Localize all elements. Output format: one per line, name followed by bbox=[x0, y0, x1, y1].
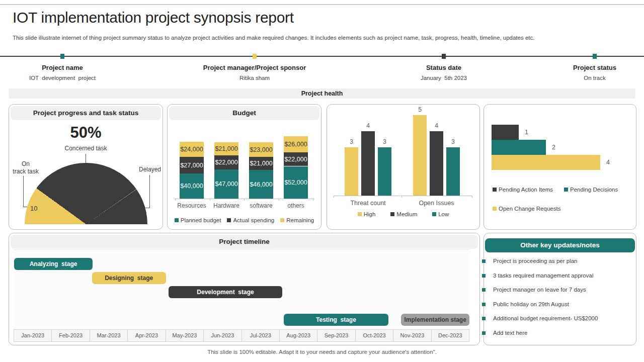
budget-legend-item-swatch bbox=[280, 218, 284, 222]
pending-legend-item-swatch bbox=[493, 188, 497, 192]
issues-bar bbox=[378, 147, 391, 196]
timeline-month-cell: Feb-2023 bbox=[51, 329, 90, 342]
issues-legend-item-label: Low bbox=[438, 211, 449, 217]
issues-legend-item: Medium bbox=[390, 211, 417, 217]
budget-bar-segment: $47,000 bbox=[214, 169, 238, 199]
slide-subtitle: This slide illustrate internet of thing … bbox=[13, 35, 586, 41]
issues-value-label: 3 bbox=[443, 138, 463, 145]
budget-segment-value-label: $47,000 bbox=[209, 180, 244, 188]
budget-legend-item-swatch bbox=[175, 218, 179, 222]
issues-bar bbox=[345, 147, 358, 196]
gantt-bar-analyzing-stage: Analyzing stage bbox=[14, 258, 93, 270]
budget-legend-item-label: Remaining bbox=[286, 217, 314, 223]
panel-progress-gauge: Project progress and task status 50% Con… bbox=[9, 104, 163, 230]
budget-legend: Planned budgetActual spendingRemaining bbox=[168, 217, 321, 223]
budget-segment-value-label: $21,000 bbox=[209, 145, 244, 152]
budget-segment-value-label: $40,000 bbox=[175, 183, 209, 190]
gauge-percent-value: 50% bbox=[9, 124, 163, 142]
gauge-right-callout-line bbox=[145, 175, 150, 208]
gauge-left-callout-label: On track task bbox=[11, 160, 41, 175]
project-health-banner: Project health bbox=[9, 88, 635, 99]
header-field-label: Status date bbox=[371, 64, 517, 71]
budget-legend-item: Planned budget bbox=[175, 217, 221, 223]
budget-category-label: Hardware bbox=[209, 202, 244, 209]
note-bullet bbox=[482, 259, 486, 263]
gauge-top-callout-label: Concerned task bbox=[9, 145, 163, 152]
budget-segment-value-label: $21,000 bbox=[244, 160, 278, 167]
pending-plot-area: 124Pending Action ItemsPending Decisions… bbox=[484, 105, 636, 229]
budget-segment-value-label: $46,000 bbox=[244, 181, 278, 188]
issues-axis-line bbox=[334, 196, 472, 196]
timeline-month-cell: May-2023 bbox=[166, 329, 204, 342]
header-field-label: Project name bbox=[0, 64, 135, 71]
note-item: 3 tasks required management approval bbox=[493, 273, 593, 279]
timeline-month-cell: Sep-2023 bbox=[317, 329, 355, 342]
issues-bar bbox=[413, 115, 427, 196]
header-field-value: January 5th 2023 bbox=[371, 75, 517, 81]
issues-value-label: 5 bbox=[410, 106, 430, 113]
header-field-value: On track bbox=[522, 75, 644, 81]
pending-bar bbox=[492, 155, 600, 170]
timeline-plot-area: Jan-2023Feb-2023Mar-2023Apr-2023May-2023… bbox=[9, 233, 479, 345]
budget-plot-area: $40,000$27,000$24,000Resources$47,000$22… bbox=[168, 105, 321, 229]
budget-bar-segment: $40,000 bbox=[180, 173, 204, 199]
budget-legend-item-swatch bbox=[227, 218, 231, 222]
budget-segment-value-label: $22,000 bbox=[279, 156, 313, 163]
budget-bar-segment: $21,000 bbox=[249, 157, 273, 170]
issues-legend-item: Low bbox=[432, 211, 449, 217]
issues-category-label: Open Issues bbox=[406, 200, 467, 207]
issues-category-label: Threat count bbox=[338, 200, 398, 207]
issues-axis-tick bbox=[334, 196, 334, 198]
timeline-month-cell: Jan-2023 bbox=[14, 329, 52, 342]
issues-value-label: 4 bbox=[358, 122, 378, 129]
gantt-bar-implementation-stage: Implementation stage bbox=[401, 314, 469, 326]
budget-bar-segment: $46,000 bbox=[249, 170, 273, 199]
budget-legend-item-label: Actual spending bbox=[233, 217, 274, 223]
note-bullet bbox=[482, 288, 486, 292]
issues-legend-item-swatch bbox=[432, 212, 436, 216]
issues-value-label: 4 bbox=[427, 122, 446, 129]
issues-bar bbox=[361, 131, 375, 196]
pending-value-label: 4 bbox=[606, 159, 610, 166]
header-marker-0 bbox=[60, 54, 64, 59]
note-bullet bbox=[482, 274, 486, 278]
pending-legend-item: Pending Action Items bbox=[493, 187, 553, 193]
panel-key-updates-notes: Other key updates/notes Project is proce… bbox=[484, 233, 636, 345]
gauge-semicircle bbox=[25, 163, 147, 224]
budget-segment-value-label: $26,000 bbox=[279, 141, 313, 148]
gauge-top-callout-line bbox=[86, 154, 86, 163]
budget-category-label: others bbox=[278, 202, 313, 209]
budget-legend-item: Remaining bbox=[280, 217, 314, 223]
gauge-on-track-value: 10 bbox=[30, 205, 37, 212]
note-item: Public holiday on 29th August bbox=[493, 301, 569, 307]
header-marker-1 bbox=[253, 54, 257, 59]
pending-legend-item: Pending Decisions bbox=[564, 187, 618, 193]
budget-segment-value-label: $27,000 bbox=[175, 162, 209, 169]
budget-category-label: Resources bbox=[174, 202, 209, 209]
budget-axis-tick bbox=[279, 199, 279, 201]
issues-legend-item-label: High bbox=[364, 211, 376, 217]
note-bullet bbox=[482, 303, 486, 306]
budget-category-label: software bbox=[244, 202, 279, 209]
note-bullet bbox=[482, 331, 486, 335]
pending-value-label: 1 bbox=[525, 129, 528, 136]
budget-axis-tick bbox=[313, 199, 313, 201]
budget-axis-tick bbox=[175, 199, 176, 201]
footer-text: This slide is 100% editable. Adapt it to… bbox=[0, 349, 644, 355]
issues-value-label: 3 bbox=[342, 138, 361, 145]
budget-segment-value-label: $22,000 bbox=[209, 159, 244, 166]
pending-bar bbox=[492, 140, 546, 155]
budget-axis-tick bbox=[244, 199, 245, 201]
budget-bar-segment: $22,000 bbox=[214, 155, 238, 169]
timeline-month-cell: Jul-2023 bbox=[242, 329, 280, 342]
issues-legend-item-swatch bbox=[390, 212, 394, 216]
pending-legend-item-swatch bbox=[564, 188, 568, 192]
panel-issues-chart: 343Threat count543Open IssuesHighMediumL… bbox=[327, 104, 480, 230]
header-field-value: Ritika sham bbox=[182, 75, 328, 81]
budget-bar-segment: $21,000 bbox=[214, 142, 238, 155]
gantt-bar-testing-stage: Testing stage bbox=[284, 314, 389, 326]
budget-bar-segment: $27,000 bbox=[180, 157, 204, 174]
issues-bar bbox=[446, 147, 460, 196]
top-border-line bbox=[0, 4, 644, 5]
budget-axis-tick bbox=[210, 199, 210, 201]
